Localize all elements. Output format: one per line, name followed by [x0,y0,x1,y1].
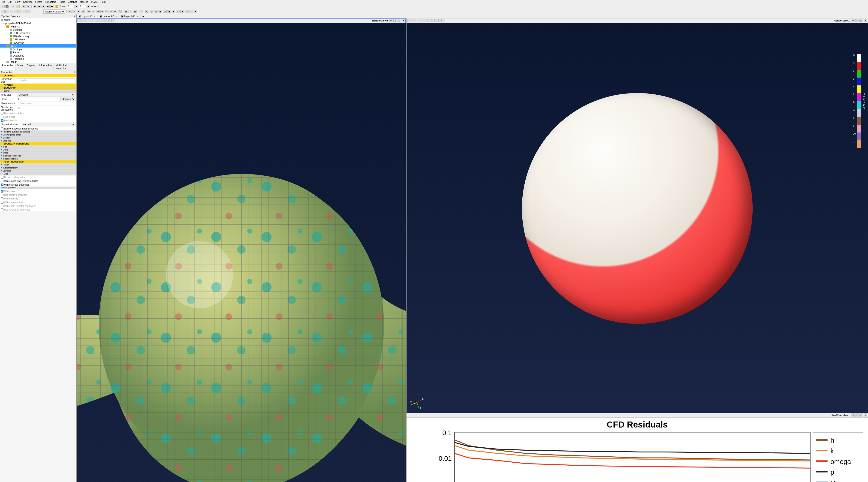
axes-y-icon[interactable]: ● [72,10,76,13]
open-icon[interactable]: 📂 [1,5,5,8]
first-frame-icon[interactable]: ⏮ [33,5,36,8]
vt-3-icon[interactable] [84,19,88,22]
mesh-motion-input[interactable] [17,101,75,105]
tree-node-tmesh1[interactable]: TMESH1 [0,25,76,28]
vt-5-icon[interactable] [91,19,94,22]
vt-4-icon[interactable] [88,19,91,22]
tb-btn-5[interactable] [19,10,22,13]
menu-view[interactable]: View [15,0,21,3]
section-outlet[interactable]: +Outlet [0,148,76,151]
vt-9-icon[interactable] [105,19,108,22]
menu-tools[interactable]: Tools [59,0,65,3]
section-controls[interactable]: +Controls [0,137,76,140]
add-layout-button[interactable]: + [141,14,146,18]
close-icon[interactable]: ⊠ [73,15,75,18]
proptab-properties[interactable]: Properties [0,63,16,70]
section-general[interactable]: — GENERAL [0,74,76,77]
section-walls[interactable]: +Walls [0,151,76,154]
secondary-check[interactable] [1,176,3,179]
filter9-icon[interactable]: ◆ [180,10,184,13]
filter3-icon[interactable]: ◒ [154,10,158,13]
axes-z-icon[interactable]: ■ [76,10,80,13]
layout-tab-2[interactable]: ▣ Layout #2 ✕ [98,14,119,18]
proptab-information[interactable]: Information [37,63,54,70]
vt-7-icon[interactable] [428,19,431,22]
section-turbo[interactable]: +Turbomachinery [0,167,76,170]
num-order-select[interactable]: second [22,123,75,126]
vt-2-icon[interactable] [81,19,84,22]
tb-btn-2[interactable] [5,10,9,13]
tb-btn-7[interactable] [27,10,31,13]
chart-viewport[interactable]: CFD ResidualsresidualsIterations1e-71e-6… [407,418,868,482]
section-physics[interactable]: — PHYSICS [0,84,76,87]
menu-catalyst[interactable]: Catalyst [68,0,77,3]
vt-8-icon[interactable] [101,19,105,22]
view-nx-icon[interactable]: -X [92,10,95,13]
tree-node-tcfd1[interactable]: TCFD1 [0,44,76,48]
vt-6-icon[interactable] [95,19,98,22]
view-py-icon[interactable]: +Y [96,10,100,13]
tree-node-settings[interactable]: Settings [0,48,76,51]
close-view-icon[interactable]: ✕ [402,19,405,22]
relp-check[interactable] [1,194,3,196]
filter12-icon[interactable]: ▼ [193,10,197,13]
proptab-display[interactable]: Display [25,63,37,70]
menu-filters[interactable]: Filters [35,0,42,3]
loop-icon[interactable]: 🔁 [55,5,58,8]
proptab-view[interactable]: View [16,63,25,70]
grid-icon[interactable]: ▦ [133,10,136,13]
time-input[interactable] [67,5,74,8]
close-icon[interactable]: ⊠ [73,71,75,73]
filter7-icon[interactable]: ◖ [172,10,175,13]
split-h-icon[interactable]: ▭ [851,19,855,22]
temp-check[interactable] [1,201,3,204]
vt-10-icon[interactable] [438,19,442,22]
tree-case[interactable]: ▾propeller-DJI-9450-6M [0,22,76,25]
tree-node-fea-geometry[interactable]: FEA Geometry [0,35,76,38]
view-ny-icon[interactable]: -Y [100,10,104,13]
zoom-icon[interactable]: 🔍 [118,10,122,13]
proptab-multi-block-inspector[interactable]: Multi-block Inspector [54,63,76,70]
filter5-icon[interactable]: ◔ [163,10,166,13]
vt-10-icon[interactable] [108,19,112,22]
play-icon[interactable]: ▶ [41,5,45,8]
vt-6-icon[interactable] [425,19,428,22]
menu-file[interactable]: File [1,0,5,3]
time-step-icon[interactable]: ▾ [74,5,78,8]
split-v-icon[interactable]: ▯ [855,19,859,22]
delta-t-input[interactable] [17,97,61,101]
close-tab-icon[interactable]: ✕ [94,15,96,18]
close-view-icon[interactable]: ✕ [864,414,867,417]
split-v-icon[interactable]: ▯ [855,414,859,417]
tree-node-tcaa1[interactable]: TCAA1 [0,60,76,63]
density-check[interactable] [1,198,3,200]
maximize-icon[interactable]: ▢ [398,19,401,22]
tb-btn-1[interactable] [1,10,5,13]
split-h-icon[interactable]: ▭ [851,414,855,417]
nonortho-check[interactable] [1,127,3,130]
surf-check[interactable] [1,183,3,186]
section-post[interactable]: — POST-PROCESSING [0,160,76,163]
vt-1-icon[interactable] [77,19,81,22]
maximize-icon[interactable]: ▢ [860,414,863,417]
section-initial[interactable]: +Initial conditions [0,157,76,160]
redo-icon[interactable]: ↷ [27,5,30,8]
section-samples[interactable]: +Samples [0,170,76,173]
disconnect-icon[interactable]: ⚡ [16,5,20,8]
maximize-icon[interactable]: ▢ [860,19,863,22]
layout-tab-1[interactable]: ▣ Layout #1 ✕ [76,14,98,18]
split-v-icon[interactable]: ▯ [393,19,397,22]
filter1-icon[interactable]: ◐ [145,10,149,13]
menu-edit[interactable]: Edit [8,0,12,3]
add-hosts-check[interactable] [1,116,3,118]
view-pz-icon[interactable]: +Z [105,10,108,13]
vt-8-icon[interactable] [431,19,435,22]
htc-check[interactable] [1,205,3,207]
tb-btn-6[interactable] [23,10,27,13]
section-interface[interactable]: +Interface conditions [0,154,76,157]
view-nz-icon[interactable]: -Z [109,10,113,13]
layout-tab-3[interactable]: ▣ Layout #3 ✕ [119,14,141,18]
menu-macros[interactable]: Macros [80,0,88,3]
representation-combo[interactable]: Representation [43,9,65,13]
prev-frame-icon[interactable]: ◀ [37,5,41,8]
